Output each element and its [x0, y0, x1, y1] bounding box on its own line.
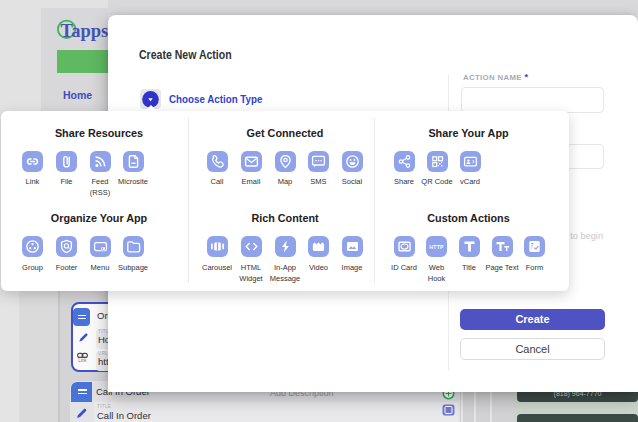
- svg-text:HTTP: HTTP: [429, 244, 444, 250]
- svg-text:Tapps: Tapps: [61, 21, 109, 41]
